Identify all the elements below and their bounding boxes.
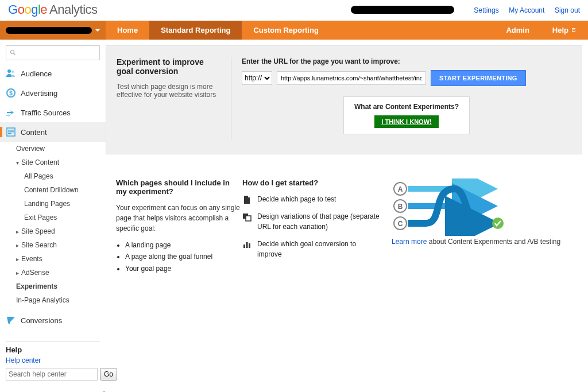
sidebar-search[interactable] — [6, 45, 100, 60]
barchart-icon — [242, 240, 252, 249]
sidebar: Audience $ Advertising Traffic Sources C… — [0, 40, 106, 381]
subnav-all-pages[interactable]: All Pages — [16, 169, 106, 183]
svg-rect-9 — [8, 133, 11, 134]
variations-icon — [242, 212, 252, 222]
experiment-setup-panel: Experiment to improve goal conversion Te… — [106, 45, 582, 154]
step-3: Decide which goal conversion to improve — [242, 239, 380, 259]
subnav-content-drilldown[interactable]: Content Drilldown — [16, 183, 106, 197]
svg-text:A: A — [398, 185, 403, 193]
subnav-experiments[interactable]: Experiments — [16, 280, 106, 293]
info-panel: Which pages should I include in my exper… — [106, 164, 582, 290]
sidebar-item-advertising[interactable]: $ Advertising — [0, 83, 106, 103]
main-nav: Home Standard Reporting Custom Reporting… — [0, 21, 588, 40]
abc-flow-diagram: A B C — [392, 178, 506, 236]
sidebar-item-content[interactable]: Content — [0, 122, 106, 142]
tab-standard-reporting[interactable]: Standard Reporting — [149, 21, 242, 40]
svg-line-1 — [14, 53, 16, 55]
svg-point-2 — [7, 69, 11, 73]
svg-point-3 — [11, 71, 14, 73]
help-search-input[interactable] — [6, 368, 98, 381]
list-item: Your goal page — [125, 263, 242, 274]
svg-rect-13 — [246, 242, 248, 248]
svg-text:C: C — [398, 220, 403, 228]
learn-more-link[interactable]: Learn more — [392, 238, 427, 246]
subnav-site-search[interactable]: Site Search — [16, 238, 106, 252]
svg-rect-7 — [8, 130, 14, 131]
col-which-pages: Which pages should I include in my exper… — [116, 178, 242, 274]
protocol-select[interactable]: http:// — [242, 71, 272, 85]
intro-box: Experiment to improve goal conversion Te… — [117, 57, 231, 140]
tab-custom-reporting[interactable]: Custom Reporting — [242, 21, 330, 40]
intro-title: Experiment to improve goal conversion — [117, 57, 222, 76]
svg-rect-11 — [246, 216, 251, 221]
col2-title: How do I get started? — [242, 178, 380, 187]
content-area: Experiment to improve goal conversion Te… — [106, 40, 588, 381]
search-icon — [10, 49, 17, 56]
tab-home[interactable]: Home — [106, 21, 149, 40]
sidebar-item-conversions[interactable]: Conversions — [0, 311, 106, 330]
content-experiments-callout: What are Content Experiments? I THINK I … — [343, 96, 470, 134]
help-title: Help — [6, 346, 100, 354]
settings-link[interactable]: Settings — [474, 6, 498, 14]
svg-text:B: B — [398, 203, 403, 211]
sidebar-help: Help Help center Go — [6, 341, 100, 381]
chevron-down-icon — [95, 29, 100, 32]
subnav-site-content[interactable]: Site Content — [16, 156, 106, 169]
subnav-overview[interactable]: Overview — [16, 142, 106, 156]
step-2: Design variations of that page (separate… — [242, 211, 380, 232]
subnav-inpage-analytics[interactable]: In-Page Analytics — [16, 293, 106, 307]
sidebar-item-audience[interactable]: Audience — [0, 64, 106, 83]
list-item: A page along the goal funnel — [125, 251, 242, 262]
external-link-icon — [571, 26, 577, 34]
sidebar-item-traffic[interactable]: Traffic Sources — [0, 103, 106, 122]
start-experimenting-button[interactable]: START EXPERIMENTING — [431, 70, 526, 86]
page-icon — [242, 195, 252, 204]
top-links: Settings My Account Sign out — [466, 6, 580, 14]
col1-body: Your experiment can focus on any single … — [116, 203, 242, 234]
profile-name-redacted — [6, 27, 92, 34]
svg-point-0 — [11, 51, 14, 54]
svg-text:$: $ — [9, 90, 13, 96]
sidebar-label: Audience — [21, 69, 52, 78]
sidebar-label: Conversions — [21, 316, 62, 325]
experiment-form: Enter the URL for the page you want to i… — [231, 57, 571, 140]
conversions-icon — [6, 315, 16, 325]
sidebar-label: Advertising — [21, 89, 57, 98]
intro-body: Test which page design is more effective… — [117, 83, 222, 99]
step2-text: Design variations of that page (separate… — [257, 211, 380, 232]
svg-rect-8 — [8, 131, 14, 133]
subnav-adsense[interactable]: AdSense — [16, 266, 106, 280]
google-analytics-logo: GoogleAnalytics — [8, 2, 98, 17]
page-footer: © 2012 Google | Analytics Home| Old vers… — [0, 381, 588, 392]
col-diagram: A B C Learn more about Content Experimen… — [380, 178, 572, 274]
svg-rect-14 — [249, 243, 250, 248]
step1-text: Decide which page to test — [257, 194, 336, 204]
step3-text: Decide which goal conversion to improve — [257, 239, 380, 259]
my-account-link[interactable]: My Account — [509, 6, 544, 14]
svg-rect-12 — [243, 244, 245, 248]
sign-out-link[interactable]: Sign out — [555, 6, 580, 14]
traffic-icon — [6, 107, 16, 118]
account-name-redacted — [351, 6, 454, 14]
audience-icon — [6, 68, 16, 79]
url-label: Enter the URL for the page you want to i… — [242, 57, 571, 65]
subnav-events[interactable]: Events — [16, 252, 106, 266]
content-icon — [6, 127, 16, 137]
account-selector[interactable] — [0, 21, 106, 40]
col1-title: Which pages should I include in my exper… — [116, 178, 242, 196]
tab-help[interactable]: Help — [541, 21, 588, 40]
sidebar-label: Content — [21, 128, 47, 137]
sidebar-label: Traffic Sources — [21, 108, 71, 117]
subnav-site-speed[interactable]: Site Speed — [16, 224, 106, 238]
url-input[interactable] — [277, 71, 426, 85]
col-how-started: How do I get started? Decide which page … — [242, 178, 380, 274]
advertising-icon: $ — [6, 88, 16, 98]
help-center-link[interactable]: Help center — [6, 356, 100, 364]
subnav-landing-pages[interactable]: Landing Pages — [16, 197, 106, 211]
list-item: A landing page — [125, 239, 242, 251]
learn-more-text: Learn more about Content Experiments and… — [392, 238, 572, 246]
subnav-exit-pages[interactable]: Exit Pages — [16, 211, 106, 224]
content-subnav: Overview Site Content All Pages Content … — [0, 142, 106, 307]
tab-admin[interactable]: Admin — [494, 21, 540, 40]
i-think-i-know-button[interactable]: I THINK I KNOW! — [374, 115, 438, 128]
